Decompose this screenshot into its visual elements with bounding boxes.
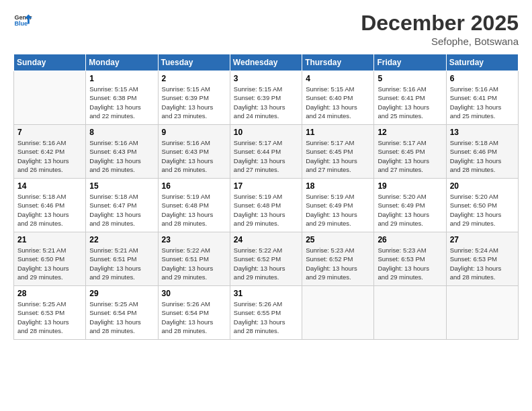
col-thursday: Thursday — [302, 54, 374, 71]
day-cell: 16Sunrise: 5:19 AM Sunset: 6:48 PM Dayli… — [158, 179, 230, 232]
day-info: Sunrise: 5:19 AM Sunset: 6:48 PM Dayligh… — [162, 192, 226, 228]
day-cell: 12Sunrise: 5:17 AM Sunset: 6:45 PM Dayli… — [374, 125, 446, 179]
day-info: Sunrise: 5:15 AM Sunset: 6:38 PM Dayligh… — [89, 85, 154, 120]
day-info: Sunrise: 5:23 AM Sunset: 6:53 PM Dayligh… — [378, 246, 442, 281]
day-cell: 13Sunrise: 5:18 AM Sunset: 6:46 PM Dayli… — [446, 125, 518, 179]
day-info: Sunrise: 5:25 AM Sunset: 6:54 PM Dayligh… — [89, 300, 154, 335]
day-info: Sunrise: 5:17 AM Sunset: 6:45 PM Dayligh… — [378, 138, 442, 174]
day-info: Sunrise: 5:18 AM Sunset: 6:46 PM Dayligh… — [17, 192, 82, 228]
day-cell: 27Sunrise: 5:24 AM Sunset: 6:53 PM Dayli… — [446, 232, 518, 286]
day-info: Sunrise: 5:25 AM Sunset: 6:53 PM Dayligh… — [17, 300, 82, 335]
week-row-3: 21Sunrise: 5:21 AM Sunset: 6:50 PM Dayli… — [14, 232, 519, 286]
col-saturday: Saturday — [446, 54, 518, 71]
day-cell: 24Sunrise: 5:22 AM Sunset: 6:52 PM Dayli… — [230, 232, 302, 286]
day-cell: 19Sunrise: 5:20 AM Sunset: 6:49 PM Dayli… — [374, 179, 446, 232]
day-cell: 10Sunrise: 5:17 AM Sunset: 6:44 PM Dayli… — [230, 125, 302, 179]
day-info: Sunrise: 5:19 AM Sunset: 6:49 PM Dayligh… — [306, 192, 370, 228]
day-cell: 29Sunrise: 5:25 AM Sunset: 6:54 PM Dayli… — [86, 286, 158, 340]
day-cell: 8Sunrise: 5:16 AM Sunset: 6:43 PM Daylig… — [86, 125, 158, 179]
day-cell — [302, 286, 374, 340]
day-cell: 3Sunrise: 5:15 AM Sunset: 6:39 PM Daylig… — [230, 71, 302, 125]
day-info: Sunrise: 5:17 AM Sunset: 6:45 PM Dayligh… — [306, 138, 370, 174]
day-info: Sunrise: 5:20 AM Sunset: 6:49 PM Dayligh… — [378, 192, 442, 228]
title-block: December 2025 Sefophe, Botswana — [361, 11, 519, 47]
day-cell: 20Sunrise: 5:20 AM Sunset: 6:50 PM Dayli… — [446, 179, 518, 232]
week-row-2: 14Sunrise: 5:18 AM Sunset: 6:46 PM Dayli… — [14, 179, 519, 232]
day-cell: 25Sunrise: 5:23 AM Sunset: 6:52 PM Dayli… — [302, 232, 374, 286]
day-number: 15 — [89, 181, 154, 191]
day-info: Sunrise: 5:19 AM Sunset: 6:48 PM Dayligh… — [234, 192, 298, 228]
page: General Blue December 2025 Sefophe, Bots… — [0, 0, 532, 411]
day-info: Sunrise: 5:17 AM Sunset: 6:44 PM Dayligh… — [234, 138, 298, 174]
day-info: Sunrise: 5:15 AM Sunset: 6:39 PM Dayligh… — [162, 85, 226, 120]
day-number: 13 — [450, 128, 515, 137]
day-cell: 26Sunrise: 5:23 AM Sunset: 6:53 PM Dayli… — [374, 232, 446, 286]
day-info: Sunrise: 5:16 AM Sunset: 6:43 PM Dayligh… — [89, 138, 154, 174]
day-cell: 14Sunrise: 5:18 AM Sunset: 6:46 PM Dayli… — [14, 179, 86, 232]
day-number: 29 — [89, 289, 154, 298]
week-row-0: 1Sunrise: 5:15 AM Sunset: 6:38 PM Daylig… — [14, 71, 519, 125]
day-number: 3 — [234, 74, 298, 83]
day-number: 28 — [17, 289, 82, 298]
day-number: 30 — [162, 289, 226, 298]
day-cell: 30Sunrise: 5:26 AM Sunset: 6:54 PM Dayli… — [158, 286, 230, 340]
day-info: Sunrise: 5:15 AM Sunset: 6:39 PM Dayligh… — [234, 85, 298, 120]
day-cell: 2Sunrise: 5:15 AM Sunset: 6:39 PM Daylig… — [158, 71, 230, 125]
day-info: Sunrise: 5:26 AM Sunset: 6:55 PM Dayligh… — [234, 300, 298, 335]
day-cell — [374, 286, 446, 340]
day-info: Sunrise: 5:16 AM Sunset: 6:42 PM Dayligh… — [17, 138, 82, 174]
day-cell: 11Sunrise: 5:17 AM Sunset: 6:45 PM Dayli… — [302, 125, 374, 179]
day-number: 8 — [89, 128, 154, 137]
col-wednesday: Wednesday — [230, 54, 302, 71]
day-cell: 1Sunrise: 5:15 AM Sunset: 6:38 PM Daylig… — [86, 71, 158, 125]
day-number: 17 — [234, 181, 298, 191]
day-number: 4 — [306, 74, 370, 83]
day-cell: 17Sunrise: 5:19 AM Sunset: 6:48 PM Dayli… — [230, 179, 302, 232]
logo-icon: General Blue — [13, 11, 32, 30]
svg-text:Blue: Blue — [14, 20, 28, 27]
col-monday: Monday — [86, 54, 158, 71]
day-cell: 15Sunrise: 5:18 AM Sunset: 6:47 PM Dayli… — [86, 179, 158, 232]
day-number: 6 — [450, 74, 515, 83]
logo: General Blue — [13, 11, 32, 30]
header: General Blue December 2025 Sefophe, Bots… — [13, 11, 519, 47]
day-info: Sunrise: 5:22 AM Sunset: 6:51 PM Dayligh… — [162, 246, 226, 281]
day-info: Sunrise: 5:18 AM Sunset: 6:46 PM Dayligh… — [450, 138, 515, 174]
day-cell: 31Sunrise: 5:26 AM Sunset: 6:55 PM Dayli… — [230, 286, 302, 340]
day-info: Sunrise: 5:18 AM Sunset: 6:47 PM Dayligh… — [89, 192, 154, 228]
day-cell: 22Sunrise: 5:21 AM Sunset: 6:51 PM Dayli… — [86, 232, 158, 286]
day-number: 31 — [234, 289, 298, 298]
day-number: 20 — [450, 181, 515, 191]
day-number: 27 — [450, 235, 515, 244]
day-number: 18 — [306, 181, 370, 191]
day-number: 26 — [378, 235, 442, 244]
header-row: Sunday Monday Tuesday Wednesday Thursday… — [14, 54, 519, 71]
day-number: 12 — [378, 128, 442, 137]
day-number: 14 — [17, 181, 82, 191]
week-row-4: 28Sunrise: 5:25 AM Sunset: 6:53 PM Dayli… — [14, 286, 519, 340]
day-number: 21 — [17, 235, 82, 244]
day-cell: 5Sunrise: 5:16 AM Sunset: 6:41 PM Daylig… — [374, 71, 446, 125]
day-number: 22 — [89, 235, 154, 244]
subtitle: Sefophe, Botswana — [361, 36, 519, 47]
day-info: Sunrise: 5:23 AM Sunset: 6:52 PM Dayligh… — [306, 246, 370, 281]
day-info: Sunrise: 5:21 AM Sunset: 6:50 PM Dayligh… — [17, 246, 82, 281]
col-tuesday: Tuesday — [158, 54, 230, 71]
day-info: Sunrise: 5:16 AM Sunset: 6:41 PM Dayligh… — [378, 85, 442, 120]
day-number: 9 — [162, 128, 226, 137]
day-info: Sunrise: 5:24 AM Sunset: 6:53 PM Dayligh… — [450, 246, 515, 281]
day-number: 7 — [17, 128, 82, 137]
day-cell: 21Sunrise: 5:21 AM Sunset: 6:50 PM Dayli… — [14, 232, 86, 286]
day-number: 5 — [378, 74, 442, 83]
day-info: Sunrise: 5:20 AM Sunset: 6:50 PM Dayligh… — [450, 192, 515, 228]
day-info: Sunrise: 5:16 AM Sunset: 6:41 PM Dayligh… — [450, 85, 515, 120]
day-info: Sunrise: 5:22 AM Sunset: 6:52 PM Dayligh… — [234, 246, 298, 281]
col-friday: Friday — [374, 54, 446, 71]
day-cell: 4Sunrise: 5:15 AM Sunset: 6:40 PM Daylig… — [302, 71, 374, 125]
day-cell — [14, 71, 86, 125]
day-cell — [446, 286, 518, 340]
day-info: Sunrise: 5:26 AM Sunset: 6:54 PM Dayligh… — [162, 300, 226, 335]
day-number: 24 — [234, 235, 298, 244]
day-cell: 28Sunrise: 5:25 AM Sunset: 6:53 PM Dayli… — [14, 286, 86, 340]
day-number: 25 — [306, 235, 370, 244]
